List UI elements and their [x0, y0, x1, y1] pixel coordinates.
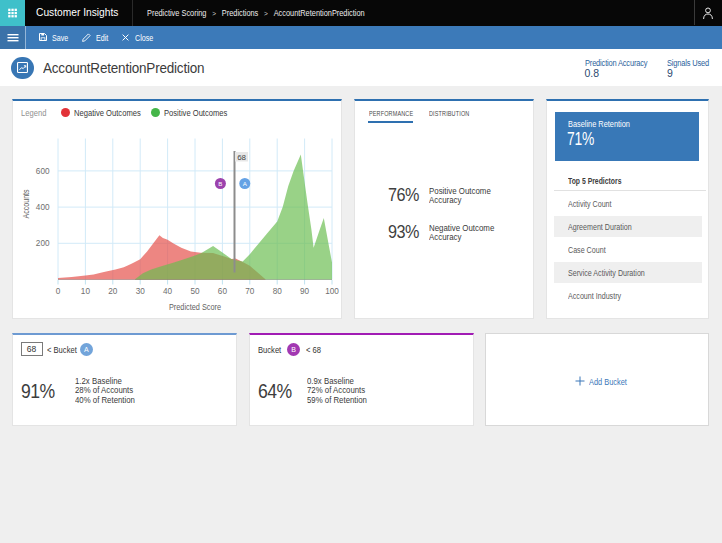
svg-text:70: 70: [245, 287, 255, 296]
svg-text:20: 20: [108, 287, 118, 296]
svg-text:68: 68: [237, 153, 246, 162]
svg-text:Accounts: Accounts: [21, 189, 31, 218]
svg-text:B: B: [218, 180, 222, 187]
svg-text:0: 0: [56, 287, 61, 296]
svg-text:80: 80: [273, 287, 283, 296]
svg-text:10: 10: [81, 287, 91, 296]
svg-text:50: 50: [190, 287, 200, 296]
svg-text:200: 200: [36, 239, 50, 248]
svg-text:60: 60: [218, 287, 228, 296]
svg-text:Predicted Score: Predicted Score: [169, 301, 221, 312]
svg-text:40: 40: [163, 287, 173, 296]
svg-text:30: 30: [136, 287, 146, 296]
svg-text:600: 600: [36, 167, 50, 176]
svg-text:100: 100: [325, 287, 339, 296]
svg-text:90: 90: [300, 287, 310, 296]
svg-text:400: 400: [36, 203, 50, 212]
